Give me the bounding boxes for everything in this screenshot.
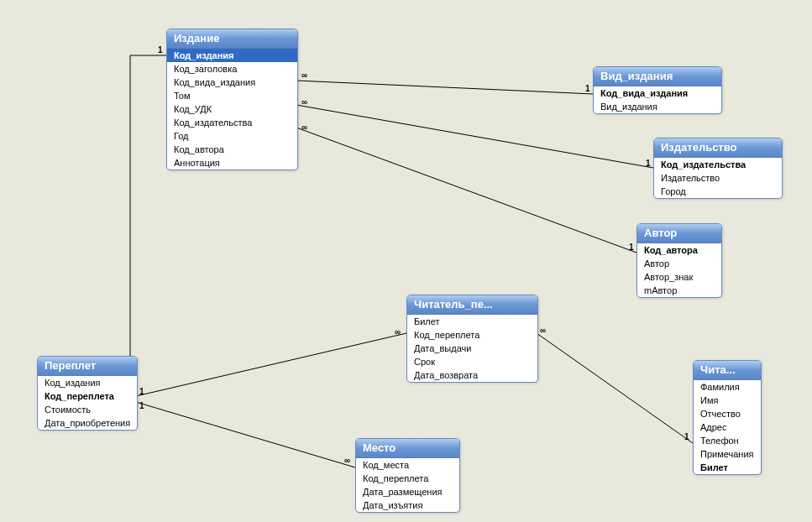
entity-chitatel[interactable]: Чита...ФамилияИмяОтчествоАдресТелефонПри… [693,360,762,475]
entity-title[interactable]: Читатель_пе... [407,295,537,315]
entity-body: Код_автораАвторАвтор_знакmАвтор [637,243,721,297]
cardinality-1: 1 [139,387,144,396]
cardinality-1: 1 [684,432,689,441]
entity-body: Код_изданияКод_переплетаСтоимостьДата_пр… [38,376,137,430]
field-Код_издательства[interactable]: Код_издательства [167,116,297,129]
field-Примечания[interactable]: Примечания [694,447,761,461]
field-Код_заголовка[interactable]: Код_заголовка [167,62,297,76]
cardinality-many: ∞ [540,326,546,335]
entity-title[interactable]: Вид_издания [594,67,721,86]
field-Автор[interactable]: Автор [637,257,721,270]
field-Код_места[interactable]: Код_места [356,458,459,472]
field-Издательство[interactable]: Издательство [654,171,782,185]
entity-title[interactable]: Автор [637,224,721,243]
field-Код_издания[interactable]: Код_издания [167,49,297,62]
svg-line-6 [136,333,406,396]
entity-title[interactable]: Издательство [654,138,782,158]
entity-title[interactable]: Место [356,439,459,458]
field-Код_вида_издания[interactable]: Код_вида_издания [167,76,297,89]
cardinality-many: ∞ [301,123,307,132]
entity-body: Код_изданияКод_заголовкаКод_вида_издания… [167,49,297,170]
field-Код_УДК[interactable]: Код_УДК [167,102,297,116]
cardinality-1: 1 [646,159,651,168]
svg-line-8 [537,333,693,443]
cardinality-many: ∞ [301,70,307,80]
cardinality-1: 1 [585,84,590,93]
field-Код_переплета[interactable]: Код_переплета [356,472,459,485]
cardinality-many: ∞ [301,97,307,107]
field-Дата_размещения[interactable]: Дата_размещения [356,485,459,499]
cardinality-1: 1 [629,243,634,252]
field-Фамилия[interactable]: Фамилия [694,380,761,394]
entity-mesto[interactable]: МестоКод_местаКод_переплетаДата_размещен… [355,438,460,513]
field-Аннотация[interactable]: Аннотация [167,156,297,170]
field-Стоимость[interactable]: Стоимость [38,403,137,416]
field-Дата_приобретения[interactable]: Дата_приобретения [38,416,137,430]
entity-izdanie[interactable]: ИзданиеКод_изданияКод_заголовкаКод_вида_… [166,29,298,170]
diagram-canvas: 1 ∞ ∞ 1 ∞ 1 ∞ 1 1 ∞ 1 ∞ ∞ 1 ИзданиеКод_и… [0,0,812,522]
cardinality-many: ∞ [395,327,401,337]
field-Год[interactable]: Год [167,129,297,143]
field-Код_издательства[interactable]: Код_издательства [654,158,782,171]
cardinality-many: ∞ [344,456,350,465]
entity-izdatelstvo[interactable]: ИздательствоКод_издательстваИздательство… [653,138,783,199]
field-Телефон[interactable]: Телефон [694,434,761,447]
entity-avtor[interactable]: АвторКод_автораАвторАвтор_знакmАвтор [637,223,722,298]
entity-body: ФамилияИмяОтчествоАдресТелефонПримечания… [694,380,761,474]
field-Билет[interactable]: Билет [694,461,761,474]
entity-body: Код_вида_изданияВид_издания [594,86,721,113]
field-Код_вида_издания[interactable]: Код_вида_издания [594,86,721,100]
svg-line-5 [296,128,637,253]
svg-line-3 [296,81,593,94]
svg-line-7 [136,402,355,467]
field-Отчество[interactable]: Отчество [694,407,761,420]
field-Адрес[interactable]: Адрес [694,420,761,434]
field-Дата_изъятия[interactable]: Дата_изъятия [356,499,459,512]
field-Город[interactable]: Город [654,185,782,198]
entity-body: БилетКод_переплетаДата_выдачиСрокДата_во… [407,315,537,382]
entity-title[interactable]: Чита... [694,361,761,380]
entity-body: Код_издательстваИздательствоГород [654,158,782,198]
field-Срок[interactable]: Срок [407,355,537,368]
cardinality-1: 1 [158,45,163,55]
entity-chitatel-pe[interactable]: Читатель_пе...БилетКод_переплетаДата_выд… [406,295,538,383]
field-Код_переплета[interactable]: Код_переплета [407,328,537,342]
field-Код_автора[interactable]: Код_автора [637,243,721,257]
entity-title[interactable]: Переплет [38,357,137,376]
field-Том[interactable]: Том [167,89,297,102]
field-Автор_знак[interactable]: Автор_знак [637,270,721,284]
field-Билет[interactable]: Билет [407,315,537,328]
entity-pereplet[interactable]: ПереплетКод_изданияКод_переплетаСтоимост… [37,356,138,431]
field-Вид_издания[interactable]: Вид_издания [594,100,721,113]
field-Дата_возврата[interactable]: Дата_возврата [407,368,537,382]
field-Код_переплета[interactable]: Код_переплета [38,389,137,403]
entity-vid-izdaniya[interactable]: Вид_изданияКод_вида_изданияВид_издания [593,66,722,114]
entity-title[interactable]: Издание [167,29,297,49]
field-Дата_выдачи[interactable]: Дата_выдачи [407,342,537,355]
svg-line-4 [296,105,653,168]
field-Код_издания[interactable]: Код_издания [38,376,137,389]
entity-body: Код_местаКод_переплетаДата_размещенияДат… [356,458,459,512]
field-mАвтор[interactable]: mАвтор [637,284,721,297]
field-Имя[interactable]: Имя [694,394,761,407]
field-Код_автора[interactable]: Код_автора [167,143,297,156]
cardinality-1: 1 [139,401,144,410]
